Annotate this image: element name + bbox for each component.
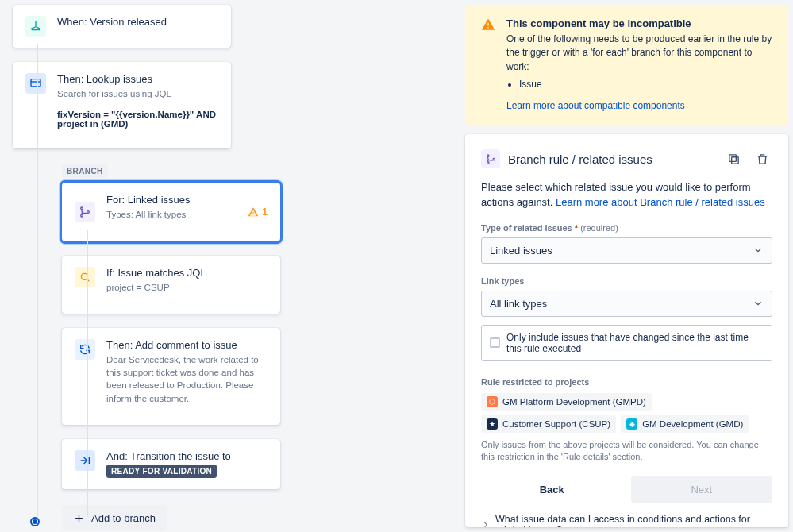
- warning-banner: This component may be incompatible One o…: [465, 5, 788, 125]
- comment-sub: Dear Servicedesk, the work related to th…: [106, 353, 268, 404]
- condition-jql: project = CSUP: [106, 281, 268, 294]
- step-indicator: [30, 517, 40, 526]
- panel-desc-link[interactable]: Learn more about Branch rule / related i…: [556, 196, 765, 208]
- lookup-jql: fixVersion = "{{version.Name}}" AND proj…: [57, 110, 218, 129]
- panel-branch-icon: [481, 149, 500, 168]
- delete-button[interactable]: [752, 148, 772, 169]
- panel-title: Branch rule / related issues: [508, 152, 652, 166]
- project-chip: ⬡GM Platform Development (GMPD): [481, 393, 652, 411]
- link-types-label: Link types: [481, 276, 772, 286]
- type-field-label: Type of related issues * (required): [481, 223, 772, 233]
- svg-point-3: [87, 211, 90, 214]
- warning-link[interactable]: Learn more about compatible components: [506, 100, 685, 111]
- trigger-title: When: Version released: [57, 16, 218, 28]
- lookup-node[interactable]: Then: Lookup issues Search for issues us…: [13, 62, 231, 148]
- link-types-select[interactable]: All link types: [481, 291, 772, 317]
- svg-point-1: [81, 207, 83, 210]
- condition-title: If: Issue matches JQL: [106, 267, 268, 279]
- warning-list: Issue: [519, 79, 772, 90]
- trigger-node[interactable]: When: Version released: [13, 5, 231, 48]
- transition-title: And: Transition the issue to: [106, 450, 268, 462]
- branch-node[interactable]: For: Linked issues Types: All link types…: [62, 183, 280, 241]
- restrict-hint: Only issues from the above projects will…: [481, 439, 772, 464]
- svg-point-2: [81, 214, 83, 217]
- project-chip: ◆GM Development (GMD): [621, 415, 749, 433]
- project-chip: ★Customer Support (CSUP): [481, 415, 616, 433]
- comment-node[interactable]: Then: Add comment to issue Dear Serviced…: [62, 328, 280, 425]
- next-button: Next: [631, 476, 773, 503]
- duplicate-button[interactable]: [723, 148, 744, 169]
- condition-node[interactable]: If: Issue matches JQL project = CSUP: [62, 256, 280, 314]
- svg-point-5: [487, 155, 489, 157]
- ship-icon: [25, 16, 46, 37]
- refresh-icon: [75, 339, 95, 360]
- add-to-branch-button[interactable]: Add to branch: [62, 505, 167, 531]
- svg-point-7: [493, 158, 495, 160]
- branch-warning-badge: 1: [248, 206, 268, 218]
- chevron-down-icon: [753, 298, 764, 309]
- svg-rect-9: [729, 155, 736, 162]
- transition-icon: [75, 450, 95, 471]
- lookup-icon: [25, 73, 46, 94]
- project-chips: ⬡GM Platform Development (GMPD) ★Custome…: [481, 393, 772, 433]
- svg-rect-0: [31, 79, 40, 87]
- checkbox[interactable]: [490, 337, 500, 348]
- warning-title: This component may be incompatible: [506, 17, 772, 29]
- chevron-right-icon: [481, 519, 491, 527]
- branch-icon: [75, 202, 95, 222]
- restrict-label: Rule restricted to projects: [481, 377, 772, 387]
- transition-node[interactable]: And: Transition the issue to READY FOR V…: [62, 439, 280, 489]
- svg-point-6: [487, 161, 489, 164]
- branch-label: BRANCH: [62, 164, 108, 178]
- chevron-down-icon: [753, 245, 764, 256]
- panel-desc: Please select which related issue you wo…: [481, 180, 772, 210]
- warning-icon: [481, 17, 495, 32]
- branch-title: For: Linked issues: [106, 194, 237, 206]
- warning-desc: One of the following needs to be produce…: [506, 33, 772, 74]
- type-select[interactable]: Linked issues: [481, 237, 772, 264]
- config-panel: Branch rule / related issues Please sele…: [465, 134, 788, 527]
- search-icon: [75, 267, 95, 287]
- branch-sub: Types: All link types: [106, 208, 237, 221]
- lookup-title: Then: Lookup issues: [57, 73, 218, 85]
- plus-icon: [73, 512, 85, 524]
- svg-rect-8: [731, 156, 738, 164]
- only-changed-checkbox-row[interactable]: Only include issues that have changed si…: [481, 325, 772, 361]
- comment-title: Then: Add comment to issue: [106, 339, 268, 351]
- back-button[interactable]: Back: [481, 476, 623, 503]
- transition-status: READY FOR VALIDATION: [106, 465, 217, 478]
- data-access-expander[interactable]: What issue data can I access in conditio…: [481, 514, 772, 527]
- lookup-sub: Search for issues using JQL: [57, 87, 218, 100]
